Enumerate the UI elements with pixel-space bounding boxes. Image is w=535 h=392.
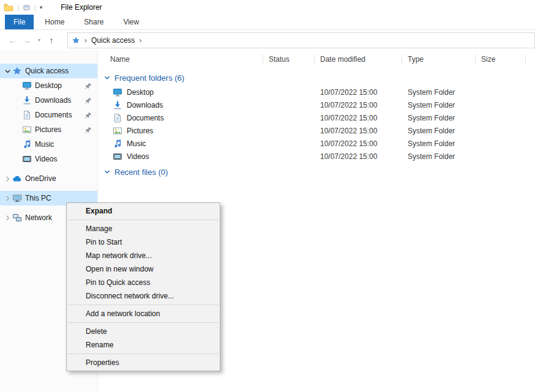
file-type-cell: System Folder bbox=[402, 88, 476, 97]
videos-icon bbox=[113, 152, 122, 161]
music-icon bbox=[113, 139, 122, 149]
qat-customize-chevron-icon[interactable]: ▾ bbox=[40, 4, 43, 10]
file-row-pictures[interactable]: Pictures10/07/2022 15:00System Folder bbox=[98, 124, 535, 137]
breadcrumb[interactable]: Quick access bbox=[91, 36, 135, 45]
sidebar-item-music[interactable]: Music bbox=[0, 137, 97, 152]
title-bar: | | ▾ File Explorer bbox=[0, 0, 535, 15]
tab-view[interactable]: View bbox=[114, 15, 148, 29]
sidebar-item-label: Pictures bbox=[35, 125, 61, 134]
file-row-music[interactable]: Music10/07/2022 15:00System Folder bbox=[98, 137, 535, 150]
menu-separator bbox=[68, 353, 219, 354]
menu-item-properties[interactable]: Properties bbox=[67, 356, 220, 369]
sidebar-item-label: Network bbox=[25, 213, 52, 222]
chevron-collapsed-icon[interactable] bbox=[3, 174, 12, 183]
ribbon-tabs: File Home Share View bbox=[0, 15, 535, 30]
tab-file[interactable]: File bbox=[5, 15, 34, 29]
menu-item-map-network-drive[interactable]: Map network drive... bbox=[67, 249, 220, 262]
tab-share[interactable]: Share bbox=[75, 15, 112, 29]
file-date-cell: 10/07/2022 15:00 bbox=[315, 152, 402, 161]
sidebar-item-pictures[interactable]: Pictures bbox=[0, 122, 97, 137]
tab-home[interactable]: Home bbox=[36, 15, 73, 29]
group-chevron-icon bbox=[103, 168, 111, 176]
pin-icon bbox=[84, 126, 92, 134]
onedrive-icon bbox=[12, 174, 22, 183]
pin-icon bbox=[84, 82, 92, 90]
file-row-documents[interactable]: Documents10/07/2022 15:00System Folder bbox=[98, 111, 535, 124]
forward-arrow-icon[interactable]: → bbox=[20, 35, 34, 45]
menu-item-disconnect-network-drive[interactable]: Disconnect network drive... bbox=[67, 289, 220, 303]
column-header-date-modified[interactable]: Date modified bbox=[315, 50, 402, 68]
sidebar-item-label: Videos bbox=[35, 155, 57, 163]
context-menu: ExpandManagePin to StartMap network driv… bbox=[66, 202, 220, 371]
sidebar-item-label: Music bbox=[35, 140, 54, 149]
file-date-cell: 10/07/2022 15:00 bbox=[315, 114, 402, 122]
menu-separator bbox=[68, 322, 219, 323]
explorer-app-icon bbox=[4, 2, 13, 12]
file-type-cell: System Folder bbox=[402, 114, 476, 122]
chevron-collapsed-icon[interactable] bbox=[3, 194, 12, 203]
menu-item-pin-to-quick-access[interactable]: Pin to Quick access bbox=[67, 276, 220, 289]
sidebar-item-quick-access[interactable]: Quick access bbox=[0, 64, 97, 78]
sidebar-item-desktop[interactable]: Desktop bbox=[0, 78, 97, 93]
downloads-icon bbox=[22, 95, 32, 105]
menu-item-expand[interactable]: Expand bbox=[67, 204, 220, 218]
sidebar-item-label: Downloads bbox=[35, 96, 71, 105]
file-name: Videos bbox=[127, 152, 149, 161]
menu-item-add-a-network-location[interactable]: Add a network location bbox=[67, 307, 220, 320]
back-arrow-icon[interactable]: ← bbox=[5, 35, 20, 45]
desktop-icon bbox=[113, 87, 122, 97]
chevron-expanded-icon[interactable] bbox=[3, 67, 12, 76]
sidebar-item-label: Quick access bbox=[25, 67, 69, 75]
sidebar-item-documents[interactable]: Documents bbox=[0, 108, 97, 122]
pictures-icon bbox=[22, 125, 32, 135]
menu-item-manage[interactable]: Manage bbox=[67, 222, 220, 235]
menu-item-rename[interactable]: Rename bbox=[67, 338, 220, 352]
menu-item-delete[interactable]: Delete bbox=[67, 325, 220, 338]
file-name: Downloads bbox=[127, 101, 163, 109]
sidebar-item-label: This PC bbox=[25, 194, 51, 202]
column-header-size[interactable]: Size bbox=[476, 50, 526, 68]
file-date-cell: 10/07/2022 15:00 bbox=[315, 139, 402, 148]
qat-button-icon[interactable] bbox=[23, 4, 31, 12]
breadcrumb-chevron-icon[interactable]: › bbox=[137, 36, 144, 45]
file-name-cell: Downloads bbox=[98, 100, 263, 110]
column-headers: NameStatusDate modifiedTypeSize bbox=[98, 50, 535, 68]
file-name-cell: Music bbox=[98, 139, 263, 149]
address-bar[interactable]: › Quick access › bbox=[67, 32, 535, 48]
sidebar-item-label: OneDrive bbox=[25, 174, 56, 183]
file-list: Frequent folders (6)Desktop10/07/2022 15… bbox=[98, 70, 535, 180]
file-date-cell: 10/07/2022 15:00 bbox=[315, 88, 402, 97]
column-header-name[interactable]: Name bbox=[98, 50, 263, 68]
column-header-status[interactable]: Status bbox=[263, 50, 315, 68]
file-row-desktop[interactable]: Desktop10/07/2022 15:00System Folder bbox=[98, 86, 535, 98]
menu-separator bbox=[68, 305, 219, 305]
sidebar-item-onedrive[interactable]: OneDrive bbox=[0, 171, 97, 186]
group-header-recent-files-0[interactable]: Recent files (0) bbox=[98, 164, 535, 180]
file-type-cell: System Folder bbox=[402, 127, 476, 135]
videos-icon bbox=[22, 154, 32, 164]
menu-item-open-in-new-window[interactable]: Open in new window bbox=[67, 262, 220, 276]
file-row-videos[interactable]: Videos10/07/2022 15:00System Folder bbox=[98, 150, 535, 163]
file-name-cell: Desktop bbox=[98, 87, 263, 97]
file-row-downloads[interactable]: Downloads10/07/2022 15:00System Folder bbox=[98, 98, 535, 111]
file-date-cell: 10/07/2022 15:00 bbox=[315, 127, 402, 135]
up-arrow-icon[interactable]: ↑ bbox=[44, 35, 59, 45]
file-name-cell: Pictures bbox=[98, 126, 263, 136]
downloads-icon bbox=[113, 100, 122, 110]
menu-item-pin-to-start[interactable]: Pin to Start bbox=[67, 235, 220, 249]
menu-separator bbox=[68, 220, 219, 220]
group-header-frequent-folders-6[interactable]: Frequent folders (6) bbox=[98, 70, 535, 86]
qat-separator: | bbox=[34, 4, 36, 11]
breadcrumb-chevron-icon[interactable]: › bbox=[82, 36, 89, 45]
column-header-type[interactable]: Type bbox=[402, 50, 476, 68]
file-name: Documents bbox=[127, 114, 164, 122]
file-type-cell: System Folder bbox=[402, 139, 476, 148]
group-label: Recent files (0) bbox=[114, 168, 168, 177]
group-chevron-icon bbox=[103, 73, 111, 82]
sidebar-item-videos[interactable]: Videos bbox=[0, 152, 97, 166]
history-chevron-icon[interactable]: ▾ bbox=[34, 37, 44, 43]
desktop-icon bbox=[22, 81, 32, 91]
sidebar-item-downloads[interactable]: Downloads bbox=[0, 93, 97, 108]
documents-icon bbox=[113, 113, 122, 123]
chevron-collapsed-icon[interactable] bbox=[3, 213, 12, 223]
